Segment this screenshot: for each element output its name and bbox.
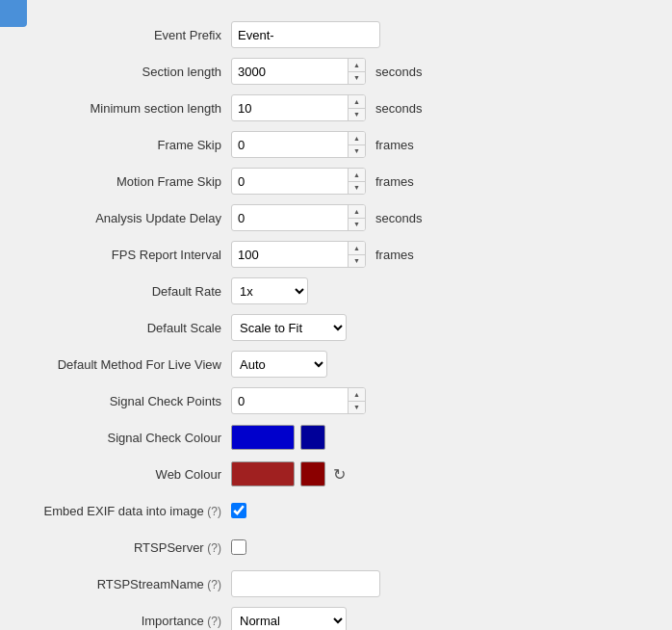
- frame-skip-down[interactable]: ▼: [349, 145, 365, 158]
- signal-check-points-spinner: ▲ ▼: [231, 387, 366, 414]
- analysis-update-delay-label: Analysis Update Delay: [19, 211, 231, 225]
- default-method-select[interactable]: Auto Simple MJPEG H264: [231, 351, 327, 378]
- motion-frame-skip-input[interactable]: [231, 168, 366, 195]
- default-rate-label: Default Rate: [19, 284, 231, 299]
- fps-report-interval-unit: frames: [375, 248, 414, 262]
- event-prefix-control: [231, 21, 380, 48]
- importance-control: Normal Low High: [231, 607, 347, 630]
- analysis-update-delay-spinner: ▲ ▼: [231, 204, 366, 231]
- section-length-unit: seconds: [375, 65, 422, 79]
- default-method-control: Auto Simple MJPEG H264: [231, 351, 327, 378]
- min-section-length-row: Minimum section length ▲ ▼ seconds: [19, 92, 653, 123]
- frame-skip-control: ▲ ▼ frames: [231, 131, 414, 158]
- embed-exif-checkbox[interactable]: [231, 503, 246, 518]
- min-section-length-spinner: ▲ ▼: [231, 94, 366, 121]
- default-scale-row: Default Scale Scale to Fit 100% 50% 200%: [19, 312, 653, 343]
- frame-skip-arrows: ▲ ▼: [348, 132, 365, 157]
- rtsp-server-checkbox[interactable]: [231, 539, 246, 555]
- section-length-label: Section length: [19, 65, 231, 79]
- frame-skip-spinner: ▲ ▼: [231, 131, 366, 158]
- rtsp-stream-name-label: RTSPStreamName (?): [19, 577, 231, 591]
- rtsp-stream-name-input[interactable]: [231, 570, 380, 597]
- section-length-up[interactable]: ▲: [349, 59, 365, 72]
- rtsp-server-help[interactable]: (?): [207, 541, 221, 555]
- importance-select[interactable]: Normal Low High: [231, 607, 347, 630]
- signal-check-colour-primary[interactable]: [231, 425, 295, 450]
- fps-report-interval-label: FPS Report Interval: [19, 248, 231, 262]
- min-section-length-up[interactable]: ▲: [349, 95, 365, 109]
- analysis-update-delay-down[interactable]: ▼: [349, 219, 365, 231]
- motion-frame-skip-spinner: ▲ ▼: [231, 168, 366, 195]
- form-container: Event Prefix Section length ▲ ▼ seconds …: [0, 10, 672, 630]
- signal-check-points-input[interactable]: [231, 387, 366, 414]
- rtsp-stream-name-control: [231, 570, 380, 597]
- section-length-input[interactable]: [231, 58, 366, 85]
- frame-skip-up[interactable]: ▲: [349, 132, 365, 145]
- signal-check-points-down[interactable]: ▼: [349, 402, 365, 414]
- section-length-spinner: ▲ ▼: [231, 58, 366, 85]
- default-rate-control: 1x 2x 5x 10x: [231, 277, 308, 304]
- min-section-length-control: ▲ ▼ seconds: [231, 94, 422, 121]
- analysis-update-delay-up[interactable]: ▲: [349, 205, 365, 219]
- section-length-row: Section length ▲ ▼ seconds: [19, 56, 653, 87]
- signal-check-points-row: Signal Check Points ▲ ▼: [19, 385, 653, 416]
- analysis-update-delay-arrows: ▲ ▼: [348, 205, 365, 230]
- top-bar[interactable]: [0, 0, 27, 27]
- section-length-control: ▲ ▼ seconds: [231, 58, 422, 85]
- motion-frame-skip-label: Motion Frame Skip: [19, 174, 231, 189]
- rtsp-server-row: RTSPServer (?): [19, 532, 653, 563]
- section-length-down[interactable]: ▼: [349, 72, 365, 85]
- analysis-update-delay-input[interactable]: [231, 204, 366, 231]
- importance-row: Importance (?) Normal Low High: [19, 605, 653, 630]
- embed-exif-label: Embed EXIF data into image (?): [19, 504, 231, 518]
- default-rate-select[interactable]: 1x 2x 5x 10x: [231, 277, 308, 304]
- signal-check-points-control: ▲ ▼: [231, 387, 366, 414]
- fps-report-interval-control: ▲ ▼ frames: [231, 241, 414, 268]
- signal-check-colour-control: [231, 425, 325, 450]
- frame-skip-label: Frame Skip: [19, 138, 231, 152]
- default-scale-select[interactable]: Scale to Fit 100% 50% 200%: [231, 314, 347, 341]
- motion-frame-skip-down[interactable]: ▼: [349, 182, 365, 195]
- refresh-icon[interactable]: ↻: [331, 463, 348, 486]
- min-section-length-input[interactable]: [231, 94, 366, 121]
- analysis-update-delay-row: Analysis Update Delay ▲ ▼ seconds: [19, 202, 653, 233]
- fps-report-interval-input[interactable]: [231, 241, 366, 268]
- min-section-length-label: Minimum section length: [19, 101, 231, 116]
- motion-frame-skip-up[interactable]: ▲: [349, 169, 365, 182]
- signal-check-colour-row: Signal Check Colour: [19, 422, 653, 453]
- fps-report-interval-up[interactable]: ▲: [349, 242, 365, 255]
- fps-report-interval-arrows: ▲ ▼: [348, 242, 365, 267]
- web-colour-primary[interactable]: [231, 461, 295, 486]
- web-colour-row: Web Colour ↻: [19, 459, 653, 489]
- motion-frame-skip-arrows: ▲ ▼: [348, 169, 365, 194]
- frame-skip-input[interactable]: [231, 131, 366, 158]
- default-method-label: Default Method For Live View: [19, 357, 231, 372]
- frame-skip-unit: frames: [375, 138, 414, 152]
- embed-exif-control: [231, 503, 246, 518]
- min-section-length-down[interactable]: ▼: [349, 109, 365, 121]
- min-section-length-arrows: ▲ ▼: [348, 95, 365, 120]
- analysis-update-delay-control: ▲ ▼ seconds: [231, 204, 422, 231]
- web-colour-secondary[interactable]: [300, 461, 325, 486]
- embed-exif-help[interactable]: (?): [207, 505, 221, 518]
- fps-report-interval-down[interactable]: ▼: [349, 255, 365, 268]
- default-scale-control: Scale to Fit 100% 50% 200%: [231, 314, 347, 341]
- embed-exif-row: Embed EXIF data into image (?): [19, 495, 653, 526]
- event-prefix-label: Event Prefix: [19, 28, 231, 42]
- motion-frame-skip-row: Motion Frame Skip ▲ ▼ frames: [19, 166, 653, 197]
- signal-check-points-arrows: ▲ ▼: [348, 388, 365, 413]
- signal-check-colour-secondary[interactable]: [300, 425, 325, 450]
- rtsp-stream-name-help[interactable]: (?): [207, 578, 221, 591]
- default-rate-row: Default Rate 1x 2x 5x 10x: [19, 276, 653, 306]
- default-scale-label: Default Scale: [19, 321, 231, 335]
- event-prefix-input[interactable]: [231, 21, 380, 48]
- importance-label: Importance (?): [19, 614, 231, 628]
- importance-help[interactable]: (?): [207, 615, 221, 628]
- default-method-row: Default Method For Live View Auto Simple…: [19, 349, 653, 380]
- analysis-update-delay-unit: seconds: [375, 211, 422, 225]
- fps-report-interval-spinner: ▲ ▼: [231, 241, 366, 268]
- rtsp-server-control: [231, 539, 246, 555]
- signal-check-points-up[interactable]: ▲: [349, 388, 365, 402]
- section-length-arrows: ▲ ▼: [348, 59, 365, 84]
- event-prefix-row: Event Prefix: [19, 19, 653, 50]
